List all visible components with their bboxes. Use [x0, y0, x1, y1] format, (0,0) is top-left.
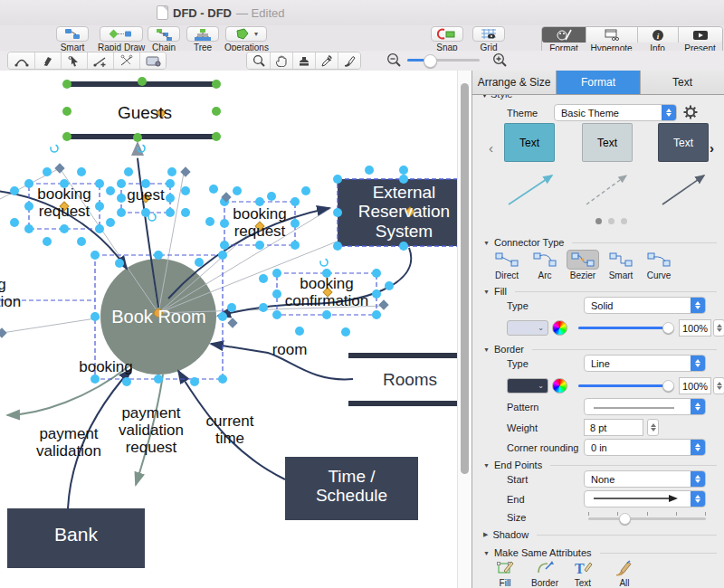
operations-button[interactable]: ▾ Operations [224, 26, 269, 52]
make-same-section-header[interactable]: ▼Make Same Attributes [483, 547, 717, 558]
inspector-tabs: Arrange & Size Format Text [472, 71, 724, 95]
theme-swatch-light[interactable]: Text [582, 123, 633, 162]
connector-smart-button[interactable]: Smart [602, 250, 640, 280]
shape-settings-tool-button[interactable] [139, 52, 166, 69]
stamp-tool-button[interactable] [292, 52, 315, 69]
border-pattern-dropdown[interactable] [584, 398, 706, 415]
connector-type-section-header[interactable]: ▼Connector Type [483, 237, 717, 248]
process-book-room-label[interactable]: Book Room [98, 307, 220, 327]
shadow-section-header[interactable]: ▶Shadow [483, 529, 717, 540]
theme-swatch-teal[interactable]: Text [504, 123, 555, 162]
dropdown-caret-icon [691, 399, 705, 414]
rapid-draw-button[interactable]: Rapid Draw [98, 26, 145, 52]
tree-button[interactable]: Tree [186, 26, 219, 52]
connector-arc-button[interactable]: Arc [526, 250, 564, 280]
fill-color-well[interactable]: ⌄ [507, 320, 548, 336]
zoom-slider[interactable] [407, 59, 480, 62]
pen-tool-button[interactable] [34, 52, 61, 69]
border-opacity-value[interactable]: 100% [679, 377, 711, 394]
border-weight-stepper[interactable] [647, 419, 659, 436]
endpoint-start-dropdown[interactable]: None [584, 470, 706, 488]
hypernote-icon [586, 27, 637, 43]
theme-dropdown[interactable]: Basic Theme [554, 104, 677, 121]
dropdown-caret-icon [691, 440, 705, 455]
fill-opacity-slider[interactable] [578, 322, 673, 334]
fill-color-wheel-icon[interactable] [552, 320, 567, 336]
entity-external-system-label[interactable]: External Reservation System [340, 183, 468, 241]
zoom-slider-thumb[interactable] [424, 54, 437, 68]
end-points-section-header[interactable]: ▼End Points [483, 460, 717, 470]
chain-button[interactable]: Chain [148, 26, 180, 52]
split-tool-button[interactable] [113, 52, 139, 69]
snap-button[interactable]: Snap [431, 26, 463, 52]
smart-button[interactable]: Smart [56, 26, 89, 52]
fill-opacity-stepper[interactable] [713, 319, 724, 337]
node-select-tool-button[interactable] [61, 52, 87, 69]
info-icon: i [637, 27, 678, 43]
border-section-header[interactable]: ▼Border [483, 344, 717, 355]
scrollbar-thumb[interactable] [461, 83, 469, 474]
make-same-text-format-button[interactable]: T Text Format [563, 560, 603, 588]
zoom-out-icon[interactable] [386, 52, 402, 67]
format-segment[interactable]: Format [542, 27, 586, 53]
pan-hand-tool-button[interactable] [270, 52, 292, 69]
endpoint-size-slider[interactable] [588, 513, 706, 525]
border-weight-field[interactable]: 8 pt [584, 419, 643, 436]
flow-label-booking-request-1[interactable]: booking request [30, 185, 99, 220]
connector-curve-button[interactable]: Curve [640, 250, 678, 280]
operations-icon: ▾ [225, 26, 267, 42]
eyedropper-tool-button[interactable] [315, 52, 338, 69]
zoom-tool-button[interactable] [247, 52, 270, 69]
arc-tool-button[interactable] [8, 52, 34, 69]
border-color-well[interactable]: ⌄ [507, 378, 548, 394]
make-same-all-button[interactable]: All [605, 560, 644, 588]
make-same-fill-button[interactable]: Fill [485, 560, 525, 588]
border-color-wheel-icon[interactable] [552, 378, 567, 394]
border-opacity-slider[interactable] [578, 380, 673, 392]
border-opacity-stepper[interactable] [713, 377, 724, 394]
connector-bezier-icon [567, 250, 599, 270]
hypernote-segment[interactable]: Hypernote [586, 27, 637, 53]
zoom-in-icon[interactable] [492, 52, 508, 67]
corner-rounding-dropdown[interactable]: 0 in [584, 439, 706, 456]
tab-text[interactable]: Text [641, 71, 724, 94]
brush-tool-button[interactable] [338, 52, 360, 69]
theme-gear-icon[interactable] [682, 104, 699, 120]
tab-format[interactable]: Format [557, 71, 641, 94]
flow-label-booking-confirmation[interactable]: booking confirmation [278, 275, 376, 309]
flow-label-room[interactable]: room [262, 341, 317, 358]
connector-bezier-button[interactable]: Bezier [564, 250, 602, 280]
fill-section-header[interactable]: ▼Fill [483, 286, 717, 297]
fill-opacity-value[interactable]: 100% [679, 319, 711, 337]
endpoint-end-label: End [507, 494, 525, 505]
connector-smart-icon [605, 250, 637, 270]
flow-label-booking-confirmation-clipped[interactable]: booking confirmation [0, 276, 38, 310]
border-type-dropdown[interactable]: Line [584, 355, 706, 372]
fill-type-dropdown[interactable]: Solid [584, 297, 706, 314]
make-same-border-button[interactable]: Border [525, 560, 565, 588]
carousel-prev-icon[interactable]: ‹ [489, 140, 493, 156]
flow-label-booking[interactable]: booking [65, 358, 147, 375]
theme-swatch-dark[interactable]: Text [658, 123, 709, 162]
present-segment[interactable]: Present [678, 27, 722, 53]
dropdown-caret-icon [691, 491, 705, 507]
info-segment[interactable]: i Info [637, 27, 678, 53]
carousel-page-dots[interactable] [595, 218, 627, 224]
canvas-vertical-scrollbar[interactable] [457, 71, 472, 588]
entity-guests-label[interactable]: Guests [95, 103, 195, 122]
entity-bank-label[interactable]: Bank [11, 524, 141, 545]
carousel-next-icon[interactable]: › [710, 140, 714, 156]
connector-direct-button[interactable]: Direct [488, 250, 526, 280]
flow-label-current-time[interactable]: current time [192, 413, 268, 447]
flow-label-guest[interactable]: guest [122, 186, 169, 204]
entity-rooms-label[interactable]: Rooms [360, 370, 460, 389]
drawing-canvas[interactable]: Guests booking request guest booking req… [0, 71, 472, 588]
flow-label-payment-validation-request[interactable]: payment validation request [101, 404, 201, 456]
endpoint-end-dropdown[interactable] [584, 490, 706, 507]
add-anchor-tool-button[interactable] [87, 52, 113, 69]
tab-arrange-size[interactable]: Arrange & Size [472, 71, 557, 94]
grid-button[interactable]: Grid [472, 26, 505, 52]
entity-time-schedule-label[interactable]: Time / Schedule [288, 467, 415, 506]
flow-label-booking-request-2[interactable]: booking request [225, 205, 294, 240]
dropdown-caret-icon [662, 105, 676, 120]
